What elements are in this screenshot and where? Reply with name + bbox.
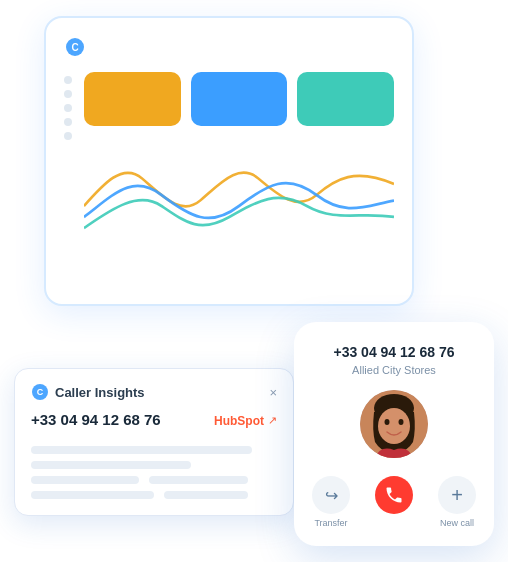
ci-header-left: C Caller Insights [31, 383, 145, 401]
phone-company: Allied City Stores [352, 364, 436, 376]
new-call-label: New call [440, 518, 474, 528]
ci-line [31, 446, 252, 454]
transfer-button[interactable]: ↪ Transfer [312, 476, 350, 528]
ci-header: C Caller Insights × [31, 383, 277, 401]
ci-line [164, 491, 248, 499]
external-link-icon: ↗ [268, 414, 277, 427]
hubspot-link[interactable]: HubSpot ↗ [214, 414, 277, 428]
hubspot-label: HubSpot [214, 414, 264, 428]
svg-point-2 [378, 408, 410, 444]
metric-card-3 [297, 72, 394, 126]
sidebar-nav-dot[interactable] [64, 90, 72, 98]
sidebar-nav-dot[interactable] [64, 118, 72, 126]
app-logo: C [64, 36, 86, 58]
ci-line-row [31, 491, 277, 499]
new-call-icon-circle: + [438, 476, 476, 514]
sidebar-nav-dot[interactable] [64, 104, 72, 112]
callbell-logo-icon: C [66, 38, 84, 56]
metric-cards [84, 72, 394, 126]
ci-line [31, 476, 139, 484]
browser-bar: C [64, 36, 394, 58]
ci-line-row [31, 476, 277, 484]
scene: C [14, 16, 494, 546]
ci-line [149, 476, 247, 484]
svg-point-3 [385, 419, 390, 425]
caller-phone-number: +33 04 94 12 68 76 [31, 411, 161, 428]
transfer-icon: ↪ [325, 486, 338, 505]
ci-info-lines [31, 446, 277, 499]
wave-chart [84, 140, 394, 250]
caller-insights-title: Caller Insights [55, 385, 145, 400]
dash-main [84, 72, 394, 250]
phone-card: +33 04 94 12 68 76 Allied City Stores [294, 322, 494, 546]
transfer-label: Transfer [314, 518, 347, 528]
ci-line [31, 491, 154, 499]
ci-line [31, 461, 191, 469]
dash-sidebar [64, 72, 72, 250]
metric-card-1 [84, 72, 181, 126]
transfer-icon-circle: ↪ [312, 476, 350, 514]
svg-point-4 [399, 419, 404, 425]
hangup-label: · [393, 518, 396, 528]
caller-insights-card: C Caller Insights × +33 04 94 12 68 76 H… [14, 368, 294, 516]
close-icon[interactable]: × [269, 385, 277, 400]
chart-area [84, 140, 394, 250]
avatar-image [360, 390, 428, 458]
caller-avatar [360, 390, 428, 458]
hangup-button[interactable]: · [375, 476, 413, 528]
dashboard-card: C [44, 16, 414, 306]
phone-number: +33 04 94 12 68 76 [333, 344, 454, 360]
sidebar-nav-dot[interactable] [64, 76, 72, 84]
new-call-icon: + [451, 484, 463, 507]
callbell-small-icon: C [31, 383, 49, 401]
new-call-button[interactable]: + New call [438, 476, 476, 528]
metric-card-2 [191, 72, 288, 126]
callbell-brand-icon: C [32, 384, 48, 400]
sidebar-nav-dot[interactable] [64, 132, 72, 140]
phone-actions: ↪ Transfer · + New call [312, 476, 476, 528]
dashboard-content [64, 72, 394, 250]
hangup-icon-circle [375, 476, 413, 514]
hangup-icon [384, 485, 404, 505]
